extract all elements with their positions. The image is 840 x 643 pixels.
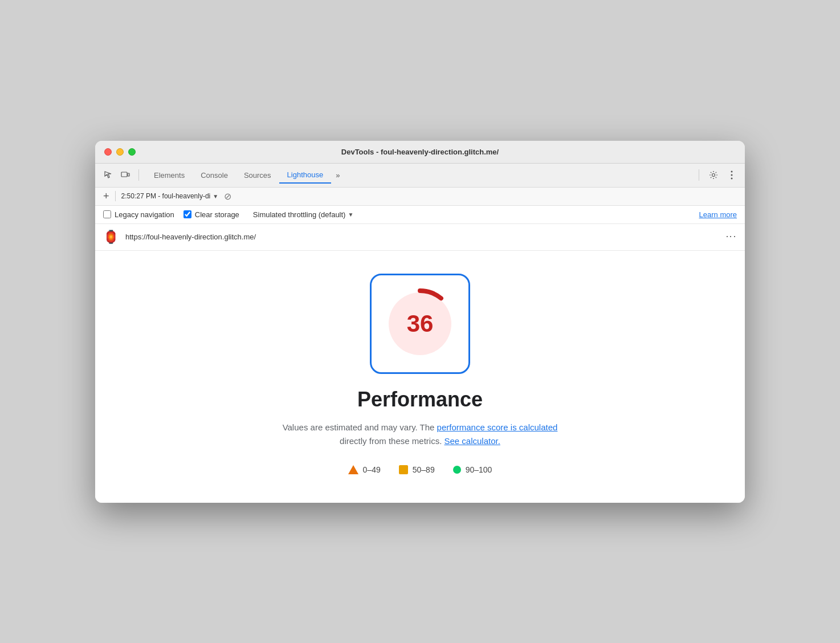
gauge-inner: 36 (380, 284, 460, 364)
main-content: 36 Performance Values are estimated and … (95, 251, 745, 503)
tab-bar: Elements Console Sources Lighthouse » (146, 167, 344, 184)
timestamp-dropdown[interactable]: 2:50:27 PM - foul-heavenly-di ▼ (121, 192, 219, 200)
svg-rect-0 (121, 172, 127, 177)
url-bar: 🏮 https://foul-heavenly-direction.glitch… (95, 224, 745, 251)
legend-fail: 0–49 (348, 465, 381, 474)
main-toolbar: Elements Console Sources Lighthouse » (95, 164, 745, 188)
tab-sources[interactable]: Sources (236, 168, 279, 183)
legacy-nav-label: Legacy navigation (115, 210, 174, 219)
throttling-chevron-icon: ▼ (348, 211, 353, 218)
performance-score-link[interactable]: performance score is calculated (437, 422, 558, 432)
timestamp-text: 2:50:27 PM - foul-heavenly-di (121, 192, 211, 200)
lighthouse-favicon: 🏮 (103, 230, 119, 245)
svg-point-3 (731, 171, 733, 173)
block-icon[interactable]: ⊘ (224, 191, 231, 202)
learn-more-link[interactable]: Learn more (699, 210, 737, 219)
add-button[interactable]: + (103, 191, 109, 201)
close-button[interactable] (104, 148, 112, 156)
performance-description: Values are estimated and may vary. The p… (283, 421, 558, 448)
toolbar-divider-2 (699, 169, 699, 181)
fail-range: 0–49 (363, 465, 381, 474)
score-number: 36 (407, 310, 434, 337)
description-mid: directly from these metrics. (340, 436, 444, 446)
average-icon (399, 465, 408, 474)
maximize-button[interactable] (128, 148, 136, 156)
devtools-window: DevTools - foul-heavenly-direction.glitc… (95, 141, 745, 503)
throttling-dropdown[interactable]: Simulated throttling (default) ▼ (253, 210, 354, 219)
title-bar: DevTools - foul-heavenly-direction.glitc… (95, 141, 745, 164)
tab-lighthouse[interactable]: Lighthouse (279, 167, 332, 184)
score-legend: 0–49 50–89 90–100 (348, 465, 492, 474)
settings-icon[interactable] (707, 169, 720, 181)
more-tabs-button[interactable]: » (331, 169, 344, 182)
svg-rect-1 (128, 173, 129, 176)
legacy-nav-input[interactable] (103, 210, 111, 218)
window-title: DevTools - foul-heavenly-direction.glitc… (341, 148, 499, 156)
average-range: 50–89 (413, 465, 435, 474)
secondary-divider (115, 191, 116, 201)
score-gauge: 36 (370, 274, 470, 374)
fail-icon (348, 465, 358, 474)
clear-storage-input[interactable] (184, 210, 191, 218)
svg-point-4 (731, 174, 733, 176)
traffic-lights (104, 148, 136, 156)
throttling-label: Simulated throttling (default) (253, 210, 346, 219)
performance-title: Performance (357, 388, 483, 412)
toolbar-right (696, 169, 738, 181)
options-bar: Legacy navigation Clear storage Simulate… (95, 206, 745, 224)
calculator-link[interactable]: See calculator. (444, 436, 500, 446)
tab-elements[interactable]: Elements (146, 168, 193, 183)
svg-point-5 (731, 178, 733, 180)
legacy-navigation-checkbox[interactable]: Legacy navigation (103, 210, 174, 219)
svg-point-2 (712, 174, 715, 177)
tab-console[interactable]: Console (193, 168, 236, 183)
score-gauge-container: 36 (370, 274, 470, 374)
more-options-icon[interactable] (725, 169, 738, 181)
device-icon[interactable] (119, 169, 132, 181)
legend-average: 50–89 (399, 465, 435, 474)
clear-storage-label: Clear storage (195, 210, 239, 219)
minimize-button[interactable] (116, 148, 124, 156)
inspect-icon[interactable] (102, 169, 115, 181)
secondary-toolbar: + 2:50:27 PM - foul-heavenly-di ▼ ⊘ (95, 188, 745, 206)
clear-storage-checkbox[interactable]: Clear storage (184, 210, 239, 219)
pass-range: 90–100 (466, 465, 492, 474)
chevron-down-icon: ▼ (213, 193, 218, 200)
url-more-options-icon[interactable]: ⋮ (725, 231, 737, 243)
description-text: Values are estimated and may vary. The (283, 422, 437, 432)
legend-pass: 90–100 (453, 465, 492, 474)
pass-icon (453, 466, 461, 474)
url-text: https://foul-heavenly-direction.glitch.m… (125, 233, 719, 241)
toolbar-divider-1 (138, 169, 139, 181)
